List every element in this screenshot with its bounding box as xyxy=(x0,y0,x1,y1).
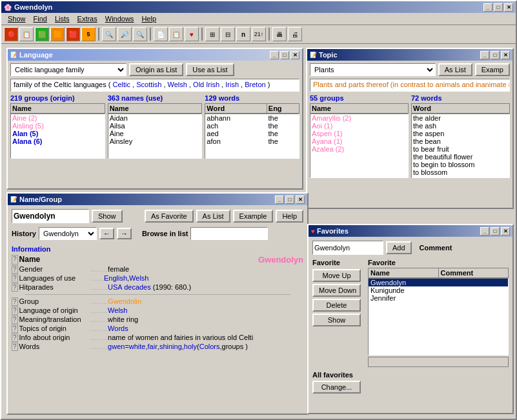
fav-change-button[interactable]: Change... xyxy=(312,381,361,394)
topic-group-amaryllis[interactable]: Amaryllis (2) xyxy=(310,114,408,122)
toolbar-btn-4[interactable]: 🟧 xyxy=(50,27,65,41)
desc-link-breton[interactable]: Breton xyxy=(245,81,265,88)
use-as-list-button[interactable]: Use as List xyxy=(186,63,234,76)
history-dropdown[interactable]: Gwendolyn xyxy=(39,227,97,240)
topic-word-6[interactable]: the beautiful flower xyxy=(412,153,509,161)
menu-lists[interactable]: Lists xyxy=(51,14,74,23)
name-show-button[interactable]: Show xyxy=(92,210,123,223)
menu-extras[interactable]: Extras xyxy=(74,14,101,23)
toolbar-btn-16[interactable]: 21↑ xyxy=(252,27,266,41)
word-holy-link[interactable]: holy xyxy=(184,343,197,351)
topic-word-7[interactable]: to begin to blossom xyxy=(412,161,509,168)
lang-english-link[interactable]: English xyxy=(104,274,127,283)
desc-link-oldirish[interactable]: Old Irish xyxy=(193,81,219,88)
word-item-abhann[interactable]: abhannthe xyxy=(205,114,299,122)
word-gwen-link[interactable]: gwen xyxy=(108,343,125,351)
topic-group-azalea[interactable]: Azalea (2) xyxy=(310,145,408,153)
fav-item-kunigunde[interactable]: Kunigunde xyxy=(369,286,508,294)
fav-minimize[interactable]: _ xyxy=(480,227,489,235)
toolbar-btn-15[interactable]: n xyxy=(236,27,250,41)
toolbar-btn-8[interactable]: 🔎 xyxy=(117,27,132,41)
toolbar-btn-1[interactable]: 🔴 xyxy=(4,27,18,41)
group-item-alana[interactable]: Alana (6) xyxy=(11,137,105,145)
fav-hscroll[interactable] xyxy=(368,357,509,367)
main-win-controls[interactable]: _ □ ✕ xyxy=(483,3,513,12)
topic-win-controls[interactable]: _ □ ✕ xyxy=(480,51,510,59)
topic-groups-listbox[interactable]: Amaryllis (2) Aoi (1) Aspen (1) Ayana (1… xyxy=(310,114,409,178)
lang-welsh-link[interactable]: Welsh xyxy=(129,274,148,283)
history-fwd[interactable]: → xyxy=(117,228,132,239)
topic-group-aspen[interactable]: Aspen (1) xyxy=(310,130,408,137)
group-item-aine[interactable]: Áine (2) xyxy=(11,114,105,122)
name-item-aine[interactable]: Áine xyxy=(108,130,202,137)
fav-win-controls[interactable]: _ □ ✕ xyxy=(480,227,510,235)
name-input[interactable] xyxy=(12,209,89,223)
fav-item-jennifer[interactable]: Jennifer xyxy=(369,294,508,302)
toolbar-btn-6[interactable]: 5 xyxy=(81,27,96,41)
topics-link[interactable]: Words xyxy=(108,325,128,333)
topic-words-listbox[interactable]: the alder the ash the aspen the bean to … xyxy=(411,114,510,178)
desc-link-irish[interactable]: Irish xyxy=(225,81,239,88)
toolbar-btn-10[interactable]: 📄 xyxy=(154,27,168,41)
lang-win-controls[interactable]: _ □ ✕ xyxy=(270,51,299,59)
lang-close[interactable]: ✕ xyxy=(290,51,299,59)
name-win-controls[interactable]: _ □ ✕ xyxy=(275,195,305,204)
browse-input[interactable] xyxy=(190,227,268,240)
toolbar-btn-2[interactable]: 📋 xyxy=(19,27,34,41)
name-close[interactable]: ✕ xyxy=(296,195,305,204)
menu-find[interactable]: Find xyxy=(30,14,51,23)
lang-maximize[interactable]: □ xyxy=(280,51,289,59)
toolbar-btn-3[interactable]: 🟩 xyxy=(35,27,49,41)
topic-maximize[interactable]: □ xyxy=(491,51,500,59)
fav-move-up-button[interactable]: Move Up xyxy=(312,269,361,282)
toolbar-btn-13[interactable]: ⊞ xyxy=(205,27,219,41)
fav-show-button[interactable]: Show xyxy=(312,314,361,326)
name-help-button[interactable]: Help xyxy=(276,210,303,223)
name-maximize[interactable]: □ xyxy=(285,195,294,204)
toolbar-btn-14[interactable]: ⊟ xyxy=(221,27,235,41)
name-favorite-button[interactable]: As Favorite xyxy=(145,210,194,223)
fav-move-down-button[interactable]: Move Down xyxy=(312,284,361,297)
fav-item-gwendolyn[interactable]: Gwendolyn xyxy=(369,279,508,286)
menu-help[interactable]: Help xyxy=(137,14,160,23)
fav-maximize[interactable]: □ xyxy=(491,227,500,235)
topic-word-8[interactable]: to blossom xyxy=(412,168,509,176)
topic-word-4[interactable]: the bean xyxy=(412,137,509,145)
menu-show[interactable]: Show xyxy=(4,14,30,23)
name-example-button[interactable]: Example xyxy=(233,210,274,223)
name-list-button[interactable]: As List xyxy=(196,210,230,223)
minimize-button[interactable]: _ xyxy=(483,3,492,12)
topic-minimize[interactable]: _ xyxy=(480,51,489,59)
name-item-ainsley[interactable]: Ainsley xyxy=(108,137,202,145)
topic-word-5[interactable]: to bear fruit xyxy=(412,145,509,153)
fav-delete-button[interactable]: Delete xyxy=(312,299,361,312)
lang-origin-link[interactable]: Welsh xyxy=(108,306,127,315)
topic-word-2[interactable]: the ash xyxy=(412,122,509,130)
history-back[interactable]: ← xyxy=(99,228,114,239)
topic-group-ayana[interactable]: Ayana (1) xyxy=(310,137,408,145)
toolbar-btn-12[interactable]: ♥ xyxy=(185,27,199,41)
language-dropdown[interactable]: Celtic language family xyxy=(10,63,127,76)
topic-dropdown[interactable]: Plants xyxy=(310,63,436,76)
name-minimize[interactable]: _ xyxy=(275,195,284,204)
word-white-link[interactable]: white xyxy=(129,343,146,351)
usa-decades-link[interactable]: USA decades xyxy=(108,283,151,292)
topic-word-3[interactable]: the aspen xyxy=(412,130,509,137)
word-shining-link[interactable]: shining xyxy=(159,343,182,351)
word-fair-link[interactable]: fair xyxy=(148,343,157,351)
origin-as-list-button[interactable]: Origin as List xyxy=(129,63,183,76)
toolbar-btn-5[interactable]: 🟥 xyxy=(66,27,80,41)
topic-as-list-button[interactable]: As List xyxy=(438,63,472,76)
group-link[interactable]: Gwendolin xyxy=(108,297,141,306)
menu-windows[interactable]: Windows xyxy=(101,14,138,23)
name-item-aidan[interactable]: Aidan xyxy=(108,114,202,122)
lang-minimize[interactable]: _ xyxy=(270,51,279,59)
toolbar-btn-7[interactable]: 🔍 xyxy=(102,27,116,41)
toolbar-btn-17[interactable]: 🖶 xyxy=(272,27,287,41)
word-item-aed[interactable]: aedthe xyxy=(205,130,299,137)
fav-add-button[interactable]: Add xyxy=(386,241,412,254)
desc-link-scottish[interactable]: Scottish xyxy=(136,81,161,88)
word-item-afon[interactable]: afonthe xyxy=(205,137,299,145)
topic-group-aoi[interactable]: Aoi (1) xyxy=(310,122,408,130)
toolbar-btn-18[interactable]: 🖨 xyxy=(288,27,302,41)
